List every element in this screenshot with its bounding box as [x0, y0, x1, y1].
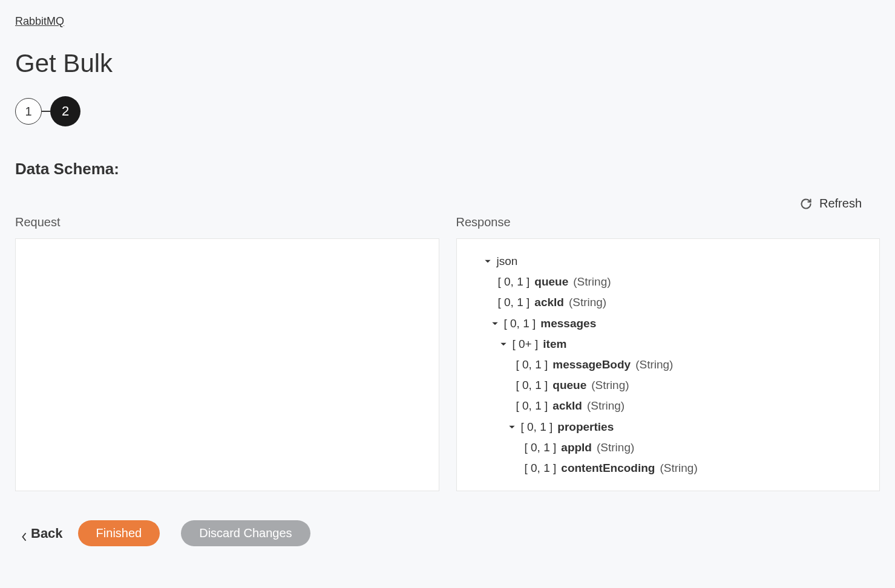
- chevron-down-icon: [484, 257, 492, 266]
- field-name: queue: [552, 375, 586, 396]
- cardinality: [ 0, 1 ]: [504, 313, 536, 334]
- field-type: (String): [660, 458, 697, 479]
- tree-node-contentencoding[interactable]: [ 0, 1 ] contentEncoding (String): [469, 458, 868, 479]
- refresh-button[interactable]: Refresh: [800, 197, 862, 211]
- field-type: (String): [597, 437, 634, 458]
- field-type: (String): [635, 354, 673, 375]
- refresh-icon: [800, 198, 812, 210]
- tree-node-json[interactable]: json: [469, 251, 868, 272]
- cardinality: [ 0, 1 ]: [498, 292, 530, 313]
- response-tree: json [ 0, 1 ] queue (String) [ 0, 1 ] ac…: [469, 251, 868, 479]
- chevron-left-icon: [21, 529, 27, 538]
- tree-node-item-ackid[interactable]: [ 0, 1 ] ackId (String): [469, 396, 868, 416]
- back-label: Back: [31, 526, 63, 541]
- field-name: properties: [557, 417, 614, 437]
- cardinality: [ 0, 1 ]: [498, 272, 530, 292]
- cardinality: [ 0, 1 ]: [525, 458, 557, 479]
- field-name: ackId: [552, 396, 582, 416]
- step-connector: [42, 111, 50, 112]
- request-panel-label: Request: [15, 215, 439, 229]
- tree-node-ackid[interactable]: [ 0, 1 ] ackId (String): [469, 292, 868, 313]
- tree-node-item[interactable]: [ 0+ ] item: [469, 334, 868, 354]
- field-name: item: [543, 334, 566, 354]
- field-type: (String): [591, 375, 629, 396]
- page-title: Get Bulk: [15, 49, 880, 78]
- cardinality: [ 0, 1 ]: [516, 354, 548, 375]
- field-type: (String): [587, 396, 625, 416]
- discard-changes-button[interactable]: Discard Changes: [181, 520, 310, 546]
- field-name: contentEncoding: [561, 458, 655, 479]
- response-panel: json [ 0, 1 ] queue (String) [ 0, 1 ] ac…: [456, 238, 880, 491]
- field-name: ackId: [534, 292, 564, 313]
- field-name: queue: [534, 272, 568, 292]
- finished-button[interactable]: Finished: [78, 520, 160, 546]
- field-type: (String): [569, 292, 606, 313]
- back-button[interactable]: Back: [21, 526, 63, 541]
- tree-node-messagebody[interactable]: [ 0, 1 ] messageBody (String): [469, 354, 868, 375]
- chevron-down-icon: [508, 423, 516, 431]
- tree-node-item-queue[interactable]: [ 0, 1 ] queue (String): [469, 375, 868, 396]
- field-name: messages: [540, 313, 596, 334]
- chevron-down-icon: [499, 340, 508, 348]
- stepper: 1 2: [15, 96, 880, 126]
- step-1[interactable]: 1: [15, 98, 42, 125]
- tree-node-queue[interactable]: [ 0, 1 ] queue (String): [469, 272, 868, 292]
- field-type: (String): [573, 272, 611, 292]
- section-title: Data Schema:: [15, 160, 880, 178]
- cardinality: [ 0, 1 ]: [521, 417, 553, 437]
- breadcrumb-link[interactable]: RabbitMQ: [15, 15, 64, 27]
- response-panel-label: Response: [456, 215, 880, 229]
- chevron-down-icon: [491, 319, 499, 328]
- cardinality: [ 0, 1 ]: [516, 375, 548, 396]
- footer-actions: Back Finished Discard Changes: [15, 520, 880, 546]
- request-panel: [15, 238, 439, 491]
- tree-node-properties[interactable]: [ 0, 1 ] properties: [469, 417, 868, 437]
- field-name: messageBody: [552, 354, 631, 375]
- tree-root-label: json: [497, 251, 518, 272]
- refresh-label: Refresh: [819, 197, 862, 211]
- tree-node-appid[interactable]: [ 0, 1 ] appId (String): [469, 437, 868, 458]
- field-name: appId: [561, 437, 592, 458]
- cardinality: [ 0+ ]: [513, 334, 539, 354]
- cardinality: [ 0, 1 ]: [516, 396, 548, 416]
- cardinality: [ 0, 1 ]: [525, 437, 557, 458]
- step-2[interactable]: 2: [50, 96, 80, 126]
- tree-node-messages[interactable]: [ 0, 1 ] messages: [469, 313, 868, 334]
